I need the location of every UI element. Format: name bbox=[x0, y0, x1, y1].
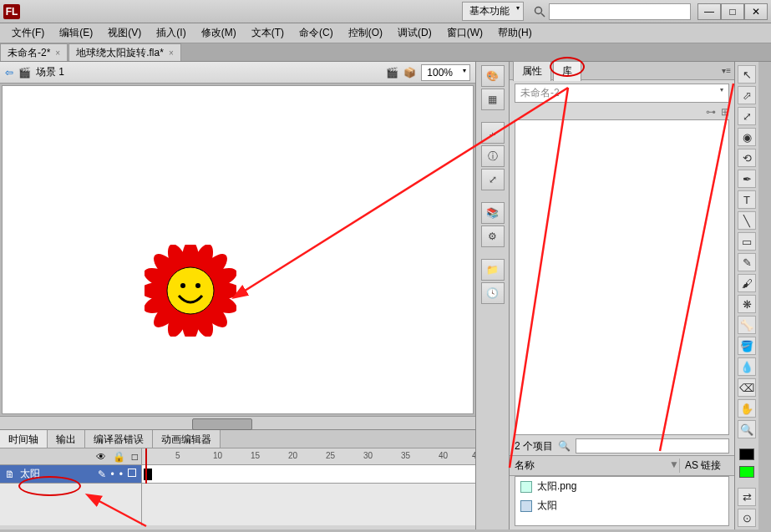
menu-modify[interactable]: 修改(M) bbox=[195, 23, 243, 43]
tool-lasso[interactable]: ⟲ bbox=[738, 149, 756, 167]
tool-swap-colors[interactable]: ⇄ bbox=[738, 488, 756, 506]
scene-icon: 🎬 bbox=[18, 67, 31, 79]
tool-eraser[interactable]: ⌫ bbox=[738, 378, 756, 397]
menu-insert[interactable]: 插入(I) bbox=[150, 23, 192, 43]
lock-icon[interactable]: 🔒 bbox=[113, 451, 125, 463]
tool-zoom[interactable]: 🔍 bbox=[738, 420, 756, 438]
dock-behaviors-icon[interactable]: ⚙ bbox=[481, 225, 505, 247]
search-icon bbox=[532, 4, 547, 19]
close-button[interactable]: ✕ bbox=[744, 3, 768, 20]
tool-bone[interactable]: 🦴 bbox=[738, 316, 756, 334]
layer-row[interactable]: 🗎 太阳 ✎•• bbox=[0, 465, 141, 484]
tool-selection[interactable]: ↖ bbox=[738, 65, 756, 84]
library-item[interactable]: 太阳 bbox=[515, 496, 728, 515]
menu-window[interactable]: 窗口(W) bbox=[440, 23, 489, 43]
eye-icon[interactable]: 👁 bbox=[96, 451, 106, 463]
ruler-mark: 15 bbox=[251, 451, 260, 460]
tool-text[interactable]: T bbox=[738, 190, 756, 209]
ruler-mark: 20 bbox=[288, 451, 297, 460]
tool-brush[interactable]: 🖌 bbox=[738, 274, 756, 292]
menu-text[interactable]: 文本(T) bbox=[245, 23, 291, 43]
stroke-color-swatch[interactable] bbox=[739, 448, 754, 460]
timeline-track[interactable] bbox=[142, 465, 475, 484]
dock-info-icon[interactable]: ⓘ bbox=[481, 145, 505, 167]
tab-library[interactable]: 库 bbox=[553, 61, 581, 81]
ruler-mark: 40 bbox=[439, 451, 448, 460]
dock-align-icon[interactable]: ⫠ bbox=[481, 122, 505, 144]
library-search-input[interactable] bbox=[576, 438, 729, 453]
svg-point-20 bbox=[195, 283, 200, 288]
timeline-ruler[interactable]: 5 10 15 20 25 30 35 40 45 bbox=[142, 448, 475, 465]
dock-transform-icon[interactable]: ⤢ bbox=[481, 169, 505, 190]
doc-tab-1-label: 未命名-2* bbox=[8, 46, 50, 60]
close-icon[interactable]: × bbox=[55, 48, 60, 58]
tool-deco[interactable]: ❋ bbox=[738, 295, 756, 313]
library-item-count: 2 个项目 bbox=[515, 439, 553, 453]
fill-color-swatch[interactable] bbox=[739, 466, 754, 478]
tool-subselection[interactable]: ⬀ bbox=[738, 86, 756, 104]
tool-snap[interactable]: ⊙ bbox=[738, 509, 756, 527]
library-list[interactable]: 太阳.png 太阳 bbox=[515, 476, 729, 526]
pin-icon[interactable]: ⊶ bbox=[706, 106, 716, 118]
stage-object-sun[interactable] bbox=[145, 245, 236, 337]
dock-library-icon[interactable]: 📚 bbox=[481, 202, 505, 224]
outline-icon[interactable]: □ bbox=[132, 451, 138, 463]
menu-commands[interactable]: 命令(C) bbox=[292, 23, 340, 43]
ruler-mark: 45 bbox=[472, 451, 475, 460]
dock-project-icon[interactable]: 📁 bbox=[481, 259, 505, 281]
tool-eyedropper[interactable]: 💧 bbox=[738, 357, 756, 376]
tool-3d-rotation[interactable]: ◉ bbox=[738, 128, 756, 146]
edit-scene-icon[interactable]: 🎬 bbox=[386, 67, 398, 79]
ruler-mark: 35 bbox=[401, 451, 410, 460]
tool-hand[interactable]: ✋ bbox=[738, 399, 756, 418]
panel-menu-icon[interactable]: ▾≡ bbox=[722, 66, 731, 75]
menu-view[interactable]: 视图(V) bbox=[101, 23, 148, 43]
search-icon: 🔍 bbox=[558, 440, 571, 452]
workspace-selector[interactable]: 基本功能 bbox=[462, 2, 524, 21]
ruler-mark: 5 bbox=[175, 451, 180, 460]
tab-compiler-errors[interactable]: 编译器错误 bbox=[85, 430, 153, 448]
stage-canvas[interactable] bbox=[2, 85, 474, 414]
tool-line[interactable]: ╲ bbox=[738, 211, 756, 230]
doc-tab-2-label: 地球绕太阳旋转.fla* bbox=[76, 46, 164, 60]
dock-color-icon[interactable]: 🎨 bbox=[481, 65, 505, 87]
menu-control[interactable]: 控制(O) bbox=[342, 23, 389, 43]
dock-swatches-icon[interactable]: ▦ bbox=[481, 89, 505, 110]
layer-icon: 🗎 bbox=[5, 469, 15, 480]
minimize-button[interactable]: — bbox=[697, 3, 721, 20]
horizontal-scrollbar[interactable] bbox=[0, 416, 475, 429]
dock-history-icon[interactable]: 🕓 bbox=[481, 282, 505, 304]
tab-timeline[interactable]: 时间轴 bbox=[0, 430, 48, 448]
tool-free-transform[interactable]: ⤢ bbox=[738, 107, 756, 125]
ruler-mark: 25 bbox=[326, 451, 335, 460]
library-doc-selector[interactable]: 未命名-2 bbox=[515, 84, 729, 103]
svg-line-1 bbox=[541, 13, 545, 17]
tab-properties[interactable]: 属性 bbox=[513, 61, 551, 81]
tab-motion-editor[interactable]: 动画编辑器 bbox=[153, 430, 221, 448]
menu-help[interactable]: 帮助(H) bbox=[491, 23, 539, 43]
tab-output[interactable]: 输出 bbox=[48, 430, 85, 448]
close-icon[interactable]: × bbox=[169, 48, 174, 58]
help-search-input[interactable] bbox=[549, 3, 691, 20]
layer-name-label[interactable]: 太阳 bbox=[20, 467, 40, 481]
new-lib-icon[interactable]: ⊞ bbox=[721, 106, 729, 118]
tool-pen[interactable]: ✒ bbox=[738, 170, 756, 188]
maximize-button[interactable]: □ bbox=[721, 3, 744, 20]
zoom-selector[interactable]: 100% bbox=[421, 64, 470, 81]
doc-tab-1[interactable]: 未命名-2*× bbox=[0, 43, 68, 61]
column-name[interactable]: 名称 bbox=[515, 459, 669, 473]
doc-tab-2[interactable]: 地球绕太阳旋转.fla*× bbox=[68, 43, 181, 61]
ruler-mark: 10 bbox=[213, 451, 222, 460]
menu-edit[interactable]: 编辑(E) bbox=[53, 23, 99, 43]
menu-debug[interactable]: 调试(D) bbox=[391, 23, 439, 43]
tool-rectangle[interactable]: ▭ bbox=[738, 232, 756, 251]
playhead[interactable] bbox=[145, 448, 147, 484]
menu-file[interactable]: 文件(F) bbox=[5, 23, 51, 43]
ruler-mark: 30 bbox=[363, 451, 373, 460]
tool-pencil[interactable]: ✎ bbox=[738, 253, 756, 271]
back-icon[interactable]: ⇦ bbox=[5, 67, 13, 79]
column-as-link[interactable]: AS 链接 bbox=[679, 459, 729, 473]
edit-symbols-icon[interactable]: 📦 bbox=[403, 67, 416, 79]
tool-paint-bucket[interactable]: 🪣 bbox=[738, 337, 756, 355]
library-item[interactable]: 太阳.png bbox=[515, 477, 728, 496]
